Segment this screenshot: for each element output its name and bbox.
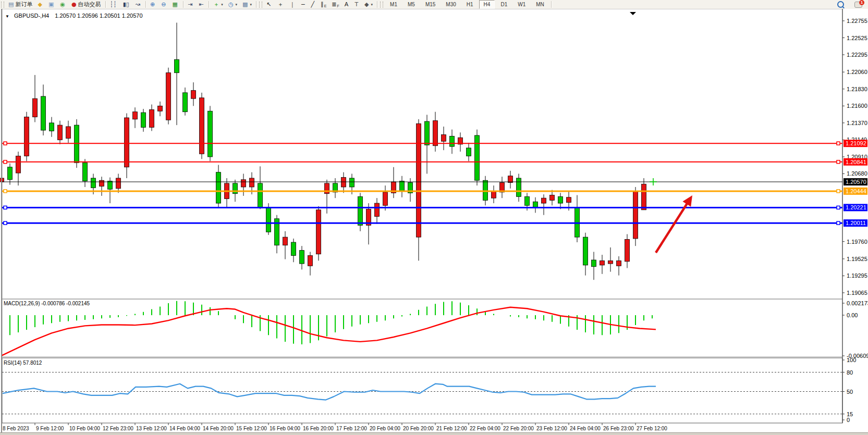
metaquotes-button[interactable]: ◆ [35,0,45,9]
time-tick-label: 15 Feb 12:00 [236,426,267,431]
label-button[interactable]: T [352,0,361,9]
zoom-in-button[interactable]: ⊕ [148,0,158,9]
line-handle[interactable] [4,142,7,145]
tf-m1[interactable]: M1 [385,0,402,9]
chart-window[interactable]: ▼ GBPUSD-,H4 1.20570 1.20596 1.20501 1.2… [0,9,868,435]
price-level-chip-label: 1.20444 [846,188,866,194]
tf-h4-label: H4 [481,2,493,7]
candle [642,184,646,210]
chart-shift-button[interactable]: ⇤ [197,0,206,9]
tf-w1[interactable]: W1 [513,0,530,9]
text-button[interactable]: A [343,0,352,9]
tf-m5[interactable]: M5 [403,0,420,9]
tf-m15[interactable]: M15 [421,0,440,9]
candle [125,118,129,167]
time-tick-label: 14 Feb 04:00 [169,426,200,431]
price-level-chip-label: 1.21092 [846,140,866,146]
horizontal-line-button[interactable]: ─ [299,0,308,9]
toolbar-group-insert: ＋▾◷▾▩▾ [211,0,254,9]
add-indicator-icon: ＋ [213,1,219,8]
fibonacci-button[interactable]: ≣F [329,0,341,9]
candle [66,127,71,139]
chevron-down-icon[interactable]: ▾ [221,3,223,7]
crosshair-button[interactable]: ＋ [275,0,286,9]
candle [350,178,354,187]
line-handle[interactable] [4,206,7,209]
line-chart-button[interactable]: ↝ [133,0,143,9]
tf-mn[interactable]: MN [531,0,549,9]
cursor-button[interactable]: ↖ [264,0,274,9]
tf-m1-label: M1 [387,2,400,7]
candle [358,196,363,225]
add-indicator-button[interactable]: ＋▾ [211,0,225,9]
rsi-axis-label: 50 [847,389,853,395]
candle [8,167,13,180]
time-tick-label: 21 Feb 12:00 [436,426,467,431]
candle [200,98,204,154]
channel-button[interactable]: ∥E [319,0,328,9]
auto-scroll-button[interactable]: ⇥ [186,0,195,9]
tf-w1-label: W1 [515,2,528,7]
price-level-chip-label: 1.20570 [846,179,866,185]
tf-d1[interactable]: D1 [496,0,512,9]
chevron-down-icon[interactable]: ▾ [250,3,252,7]
chevron-down-icon[interactable]: ▾ [235,3,237,7]
line-handle[interactable] [837,206,840,209]
vertical-line-button[interactable]: ｜ [287,0,298,9]
notifications-button[interactable]: 1 [852,0,864,9]
tile-windows-button[interactable]: ▦ [170,0,181,9]
search-button[interactable] [835,0,851,9]
signal-button[interactable]: ◉ [58,0,68,9]
toolbar-separator [209,1,209,8]
candle [283,237,288,245]
candle [208,111,213,157]
new-order-button[interactable]: ▤新订单 [6,0,34,9]
autotrading-button[interactable]: ●自动交易 [69,0,103,9]
tf-m30[interactable]: M30 [441,0,460,9]
price-level-chip-label: 1.20011 [846,220,866,226]
tf-h1[interactable]: H1 [462,0,478,9]
chevron-down-icon[interactable]: ▾ [371,3,373,7]
line-handle[interactable] [4,190,7,193]
chart-canvas[interactable]: 1.227551.225251.222951.220601.218301.216… [0,9,868,435]
time-tick-label: 10 Feb 04:00 [69,426,100,431]
candle [433,121,438,146]
toolbar-group-zoom: ⊕⊖▦ [148,0,181,9]
candle [425,121,430,145]
expert-button[interactable]: ▣ [46,0,57,9]
candle [183,93,188,112]
time-tick-label: 20 Feb 20:00 [403,426,434,431]
line-handle[interactable] [4,221,7,225]
price-tick-label: 1.19065 [847,290,867,296]
toolbar: ▤新订单◆▣◉●自动交易┆┆▮▯↝⊕⊖▦⇥⇤＋▾◷▾▩▾↖＋｜─╱∥E≣FAT◆… [0,0,868,9]
line-handle[interactable] [837,190,840,193]
chart-dropdown-icon[interactable]: ▼ [5,14,9,19]
time-tick-label: 9 Feb 12:00 [36,426,64,431]
rsi-panel-border [2,358,842,423]
line-handle[interactable] [837,142,840,145]
notification-badge: 1 [859,0,864,5]
chart-title: ▼ GBPUSD-,H4 1.20570 1.20596 1.20501 1.2… [5,13,143,19]
trend-arrow[interactable] [656,202,688,253]
candle [91,178,96,188]
hline-icon: ─ [301,1,305,8]
template-button[interactable]: ▩▾ [240,0,254,9]
toolbar-group-timeframes: M1M5M15M30H1H4D1W1MN [385,0,549,9]
price-tick-label: 1.22755 [847,18,867,24]
toolbar-separator [551,1,552,8]
bar-chart-button[interactable]: ┆┆ [108,0,120,9]
shapes-icon: ◆ [364,1,369,8]
line-handle[interactable] [4,160,7,164]
chart-shift-triangle-icon[interactable] [630,12,636,15]
line-handle[interactable] [837,160,840,164]
line-handle[interactable] [837,221,840,225]
period-button[interactable]: ◷▾ [226,0,239,9]
time-tick-label: 14 Feb 20:00 [203,426,234,431]
price-tick-label: 1.19525 [847,256,867,262]
shapes-button[interactable]: ◆▾ [362,0,375,9]
candlestick-button[interactable]: ▮▯ [121,0,132,9]
channel-button-sublabel: E [324,4,327,8]
zoom-out-button[interactable]: ⊖ [159,0,169,9]
trendline-button[interactable]: ╱ [309,0,318,9]
tf-h4[interactable]: H4 [479,0,495,9]
